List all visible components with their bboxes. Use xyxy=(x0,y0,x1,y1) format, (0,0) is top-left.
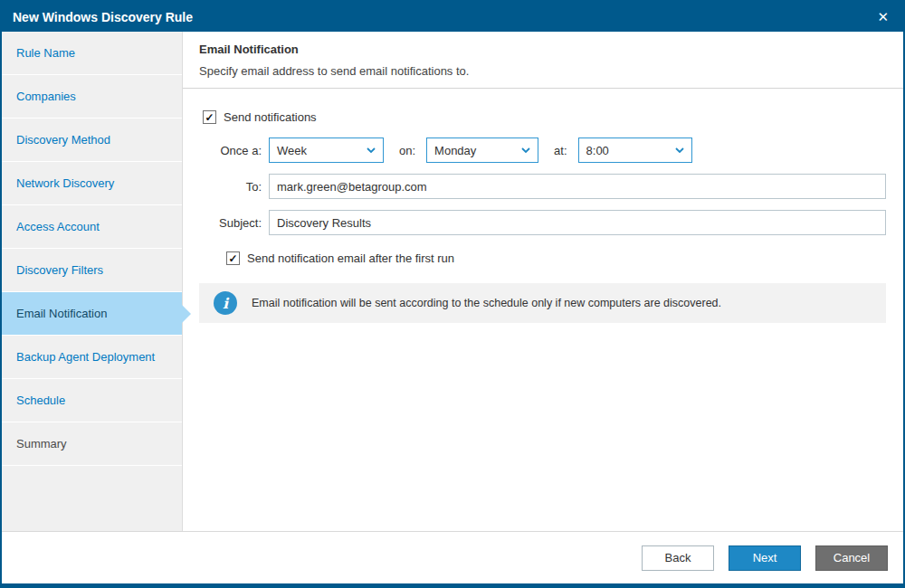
time-value: 8:00 xyxy=(586,144,609,157)
chevron-down-icon xyxy=(367,147,376,153)
send-notifications-checkbox[interactable]: ✓ xyxy=(203,110,216,124)
footer-bar: Back Next Cancel xyxy=(2,531,903,583)
day-value: Monday xyxy=(434,144,476,157)
chevron-down-icon xyxy=(675,147,684,153)
first-run-checkbox[interactable]: ✓ xyxy=(226,251,240,265)
subject-label: Subject: xyxy=(199,216,269,230)
step-body: ✓ Send notifications Once a: Week on: Mo… xyxy=(183,89,903,323)
once-a-label: Once a: xyxy=(199,144,269,157)
back-button[interactable]: Back xyxy=(642,545,714,571)
to-row: To: xyxy=(199,174,886,199)
step-content: Email Notification Specify email address… xyxy=(183,32,903,531)
at-label: at: xyxy=(554,144,567,157)
window-title: New Windows Discovery Rule xyxy=(13,10,193,24)
on-label: on: xyxy=(399,144,415,157)
sidebar-item-companies[interactable]: Companies xyxy=(2,75,182,119)
step-title: Email Notification xyxy=(199,43,886,56)
main-area: Rule Name Companies Discovery Method Net… xyxy=(2,32,903,531)
sidebar-item-backup-agent-deployment[interactable]: Backup Agent Deployment xyxy=(2,336,182,379)
frequency-value: Week xyxy=(277,144,307,157)
day-select[interactable]: Monday xyxy=(426,138,538,163)
title-bar: New Windows Discovery Rule ✕ xyxy=(2,2,903,32)
send-notifications-row: ✓ Send notifications xyxy=(203,110,886,124)
cancel-button[interactable]: Cancel xyxy=(815,545,888,571)
check-icon: ✓ xyxy=(205,111,214,124)
to-label: To: xyxy=(199,180,269,194)
sidebar-item-schedule[interactable]: Schedule xyxy=(2,379,182,422)
sidebar-item-access-account[interactable]: Access Account xyxy=(2,205,182,249)
next-button[interactable]: Next xyxy=(729,545,801,571)
close-icon[interactable]: ✕ xyxy=(873,8,892,25)
time-select[interactable]: 8:00 xyxy=(578,138,692,163)
subject-row: Subject: xyxy=(199,210,886,235)
dialog-window: New Windows Discovery Rule ✕ Rule Name C… xyxy=(0,0,905,588)
step-subtitle: Specify email address to send email noti… xyxy=(199,64,886,78)
wizard-sidebar: Rule Name Companies Discovery Method Net… xyxy=(2,32,183,531)
first-run-label: Send notification email after the first … xyxy=(247,251,454,265)
sidebar-item-summary[interactable]: Summary xyxy=(2,422,182,466)
schedule-row: Once a: Week on: Monday at: 8:00 xyxy=(199,138,886,163)
frequency-select[interactable]: Week xyxy=(269,138,384,163)
sidebar-item-discovery-filters[interactable]: Discovery Filters xyxy=(2,249,182,292)
first-run-row: ✓ Send notification email after the firs… xyxy=(226,251,886,265)
info-icon: i xyxy=(214,291,237,315)
check-icon: ✓ xyxy=(228,252,237,265)
info-bar: i Email notification will be sent accord… xyxy=(199,283,886,323)
step-header: Email Notification Specify email address… xyxy=(183,32,903,89)
sidebar-item-email-notification[interactable]: Email Notification xyxy=(2,292,182,336)
sidebar-item-discovery-method[interactable]: Discovery Method xyxy=(2,119,182,162)
to-input[interactable] xyxy=(269,174,886,199)
sidebar-item-rule-name[interactable]: Rule Name xyxy=(2,32,182,75)
subject-input[interactable] xyxy=(269,210,886,235)
send-notifications-label: Send notifications xyxy=(224,110,317,124)
sidebar-item-network-discovery[interactable]: Network Discovery xyxy=(2,162,182,205)
info-text: Email notification will be sent accordin… xyxy=(252,297,721,309)
chevron-down-icon xyxy=(521,147,530,153)
